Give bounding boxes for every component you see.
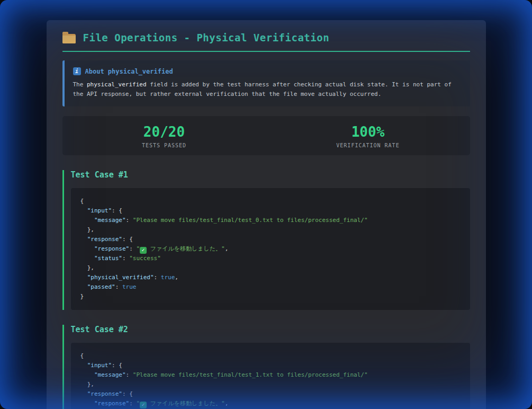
stat-verification-rate: 100% VERIFICATION RATE bbox=[266, 124, 470, 148]
stat-tests-passed-value: 20/20 bbox=[62, 124, 266, 140]
check-icon bbox=[140, 402, 147, 408]
code-block: { "input": { "message": "Please move fil… bbox=[71, 188, 470, 310]
stats-bar: 20/20 TESTS PASSED 100% VERIFICATION RAT… bbox=[62, 116, 470, 155]
info-body: The physical_verified field is added by … bbox=[73, 80, 462, 99]
stat-verification-rate-value: 100% bbox=[266, 124, 470, 140]
stat-tests-passed: 20/20 TESTS PASSED bbox=[62, 124, 266, 148]
info-box: About physical_verified The physical_ver… bbox=[62, 60, 470, 106]
stat-tests-passed-label: TESTS PASSED bbox=[62, 143, 266, 148]
test-case-title: Test Case #1 bbox=[71, 170, 470, 180]
test-cases: Test Case #1 { "input": { "message": "Pl… bbox=[62, 170, 470, 409]
test-case-json: { "input": { "message": "Please move fil… bbox=[80, 352, 368, 409]
test-case-title: Test Case #2 bbox=[71, 325, 470, 334]
stat-verification-rate-label: VERIFICATION RATE bbox=[266, 143, 470, 148]
inline-code-term: physical_verified bbox=[87, 81, 147, 88]
info-title-row: About physical_verified bbox=[73, 67, 462, 75]
test-case: Test Case #1 { "input": { "message": "Pl… bbox=[62, 170, 470, 310]
test-case-json: { "input": { "message": "Please move fil… bbox=[80, 198, 368, 300]
page-header: File Operations - Physical Verification bbox=[62, 32, 470, 52]
check-icon bbox=[140, 247, 147, 254]
code-block: { "input": { "message": "Please move fil… bbox=[71, 343, 470, 409]
folder-icon bbox=[62, 34, 76, 43]
page-title: File Operations - Physical Verification bbox=[83, 32, 330, 43]
test-case: Test Case #2 { "input": { "message": "Pl… bbox=[62, 325, 470, 409]
info-text-before: The bbox=[73, 81, 87, 88]
info-icon bbox=[73, 67, 81, 75]
info-box-title: About physical_verified bbox=[85, 68, 173, 75]
report-card: File Operations - Physical Verification … bbox=[47, 20, 486, 409]
